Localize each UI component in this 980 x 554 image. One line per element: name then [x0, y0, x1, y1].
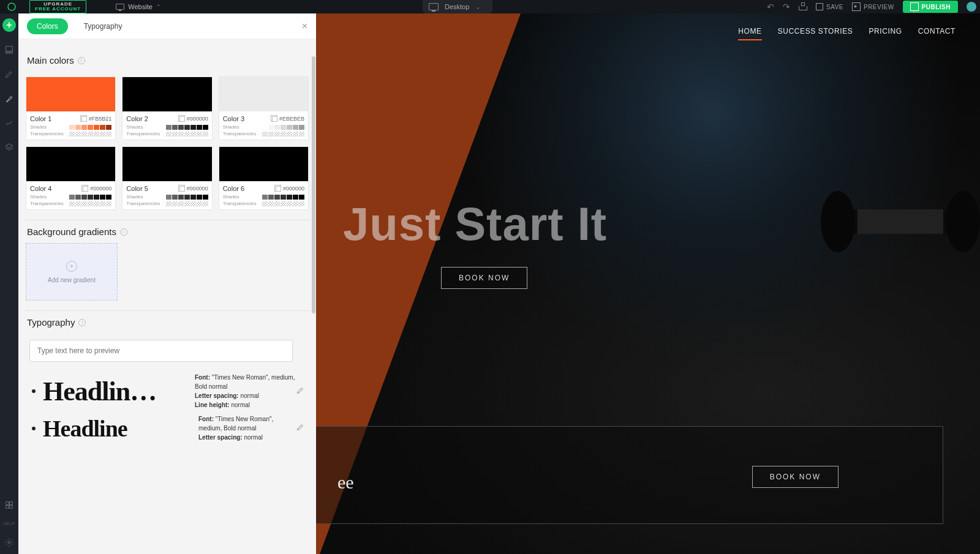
- promo-book-now-button[interactable]: BOOK NOW: [752, 466, 839, 488]
- panel-close-button[interactable]: ×: [302, 21, 307, 32]
- shade-strip[interactable]: [69, 195, 111, 200]
- top-actions: ↶ ↷ SAVE PREVIEW PUBLISH: [767, 0, 976, 13]
- hero-headline[interactable]: Just Start It: [343, 197, 607, 250]
- save-button[interactable]: SAVE: [816, 3, 843, 10]
- nav-home[interactable]: HOME: [738, 27, 761, 40]
- design-button[interactable]: [2, 92, 16, 105]
- publish-button[interactable]: PUBLISH: [903, 1, 958, 13]
- color-card-6[interactable]: Color 6 #000000 Shades Transparencies: [219, 146, 309, 210]
- shade-strip[interactable]: [69, 125, 111, 130]
- color-card-5[interactable]: Color 5 #000000 Shades Transparencies: [122, 146, 212, 210]
- color-hex[interactable]: #FB5B21: [81, 116, 112, 122]
- color-swatch[interactable]: [219, 147, 308, 181]
- promo-text-fragment[interactable]: ee: [337, 472, 354, 493]
- upgrade-badge[interactable]: UPGRADE FREE ACCOUNT: [29, 0, 86, 13]
- analytics-button[interactable]: [2, 116, 16, 130]
- main-colors-title-text: Main colors: [27, 55, 74, 66]
- color-hex[interactable]: #000000: [83, 185, 111, 192]
- settings-button[interactable]: [2, 536, 16, 549]
- transparency-strip[interactable]: [262, 201, 304, 206]
- save-icon: [816, 3, 823, 10]
- sitemap-icon: [799, 2, 807, 11]
- bg-gradients-title-text: Background gradients: [27, 226, 116, 237]
- divider: [24, 310, 310, 311]
- color-card-1[interactable]: Color 1 #FB5B21 Shades Transparencies: [26, 77, 116, 140]
- color-swatch[interactable]: [26, 147, 115, 181]
- color-hex[interactable]: #EBEBEB: [272, 116, 304, 122]
- headline1-meta: Font: "Times New Roman", medium, Bold no…: [184, 373, 296, 410]
- color-card-4[interactable]: Color 4 #000000 Shades Transparencies: [26, 146, 116, 210]
- nav-contact[interactable]: CONTACT: [918, 27, 956, 40]
- color-card-2[interactable]: Color 2 #000000 Shades Transparencies: [122, 77, 212, 140]
- svg-rect-5: [6, 506, 9, 509]
- panel-body[interactable]: Main colors i Color 1 #FB5B21 Shades Tra…: [18, 39, 316, 554]
- shade-strip[interactable]: [262, 195, 304, 200]
- color-card-3[interactable]: Color 3 #EBEBEB Shades Transparencies: [219, 77, 309, 140]
- pages-button[interactable]: [2, 43, 16, 56]
- edit-headline2-button[interactable]: [296, 422, 305, 434]
- color-hex[interactable]: #000000: [276, 185, 304, 192]
- panel-tabs: Colors Typography ×: [18, 13, 316, 39]
- shade-strip[interactable]: [166, 195, 208, 200]
- color-hex[interactable]: #000000: [179, 185, 208, 192]
- app-logo[interactable]: [5, 0, 18, 13]
- save-label: SAVE: [826, 4, 843, 10]
- nav-success-stories[interactable]: SUCCESS STORIES: [778, 27, 853, 40]
- shade-strip[interactable]: [262, 125, 304, 130]
- preview-icon: [852, 2, 861, 11]
- layers-button[interactable]: [2, 141, 16, 154]
- typography-preview-input[interactable]: [29, 340, 293, 362]
- apps-button[interactable]: [2, 498, 16, 512]
- color-swatch[interactable]: [123, 147, 211, 181]
- add-gradient-button[interactable]: + Add new gradient: [26, 243, 118, 301]
- typography-headline2-row[interactable]: Headline Font: "Times New Roman", medium…: [23, 412, 311, 444]
- typography-headline1-row[interactable]: Headlin… Font: "Times New Roman", medium…: [23, 370, 311, 412]
- color-swatch[interactable]: [219, 77, 308, 111]
- nav-pricing[interactable]: PRICING: [869, 27, 902, 40]
- headline2-sample: Headline: [43, 415, 187, 442]
- svg-rect-3: [6, 502, 9, 505]
- transparencies-label: Transparencies: [126, 131, 160, 137]
- publish-label: PUBLISH: [922, 4, 951, 10]
- scope-selector[interactable]: Website ⌃: [116, 3, 161, 10]
- edit-button[interactable]: [2, 67, 16, 81]
- transparencies-label: Transparencies: [126, 201, 160, 206]
- shades-label: Shades: [30, 124, 47, 130]
- sitemap-button[interactable]: [799, 2, 807, 11]
- svg-rect-4: [10, 502, 13, 505]
- user-avatar[interactable]: [967, 2, 976, 12]
- device-switcher[interactable]: Desktop ⌃: [423, 0, 492, 13]
- svg-point-7: [8, 541, 10, 544]
- color-hex[interactable]: #000000: [179, 116, 208, 122]
- monitor-icon: [116, 4, 124, 10]
- transparency-strip[interactable]: [69, 201, 111, 206]
- info-icon[interactable]: i: [78, 57, 85, 64]
- transparencies-label: Transparencies: [30, 201, 64, 206]
- tab-typography[interactable]: Typography: [84, 22, 123, 31]
- preview-button[interactable]: PREVIEW: [852, 2, 894, 11]
- color-swatch[interactable]: [26, 77, 115, 111]
- hero-book-now-button[interactable]: BOOK NOW: [441, 267, 527, 289]
- headline2-meta: Font: "Times New Roman", medium, Bold no…: [187, 414, 296, 442]
- typography-heading: Typography i: [27, 317, 311, 328]
- info-icon[interactable]: i: [120, 228, 127, 236]
- shades-label: Shades: [126, 124, 143, 130]
- add-element-button[interactable]: +: [2, 18, 16, 32]
- redo-button[interactable]: ↷: [783, 2, 790, 12]
- transparency-strip[interactable]: [166, 201, 208, 206]
- transparency-strip[interactable]: [166, 132, 208, 137]
- edit-headline1-button[interactable]: [296, 386, 305, 397]
- top-bar: UPGRADE FREE ACCOUNT Website ⌃ Desktop ⌃…: [0, 0, 980, 13]
- color-name: Color 2: [126, 115, 148, 122]
- transparency-strip[interactable]: [262, 132, 304, 137]
- panel-scrollbar[interactable]: [312, 56, 315, 313]
- chevron-down-icon: ⌃: [475, 4, 480, 10]
- tab-colors[interactable]: Colors: [27, 18, 68, 34]
- shade-strip[interactable]: [166, 125, 208, 130]
- transparency-strip[interactable]: [69, 132, 111, 137]
- undo-button[interactable]: ↶: [767, 2, 774, 12]
- info-icon[interactable]: i: [78, 319, 86, 326]
- bullet-icon: [32, 389, 36, 393]
- copy-icon: [179, 116, 185, 122]
- color-swatch[interactable]: [123, 77, 211, 111]
